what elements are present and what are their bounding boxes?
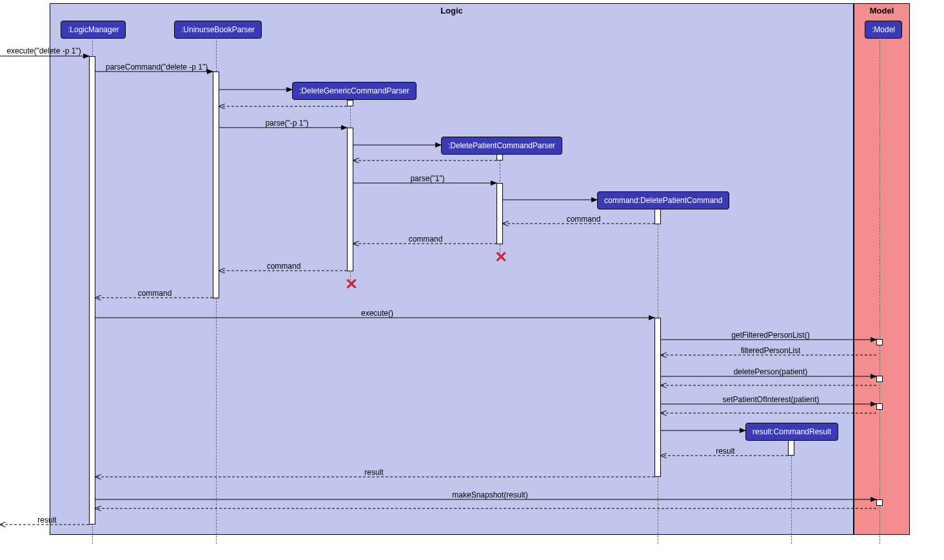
msg-command-2: command [403, 235, 448, 244]
msg-filtered-list: filteredPersonList [735, 346, 806, 355]
msg-parse-1: parse("1") [398, 174, 457, 183]
msg-set-patient: setPatientOfInterest(patient) [714, 395, 827, 404]
msg-execute: execute("delete -p 1") [2, 46, 86, 55]
msg-command-4: command [132, 289, 177, 298]
msg-delete-person: deletePerson(patient) [729, 367, 812, 376]
sequence-diagram: Logic Model :LogicManager :UninurseBookP… [0, 0, 944, 560]
arrows-layer [0, 0, 944, 560]
msg-command-1: command [561, 215, 606, 224]
msg-result-2: result [358, 468, 390, 477]
msg-execute-empty: execute() [355, 309, 400, 318]
msg-parse-command: parseCommand("delete -p 1") [102, 63, 211, 72]
msg-command-3: command [261, 262, 306, 271]
msg-get-filtered: getFilteredPersonList() [722, 331, 819, 340]
msg-result-final: result [31, 516, 63, 525]
msg-make-snapshot: makeSnapshot(result) [445, 490, 535, 499]
msg-result-1: result [706, 447, 745, 456]
msg-parse-p1: parse("-p 1") [255, 119, 319, 128]
